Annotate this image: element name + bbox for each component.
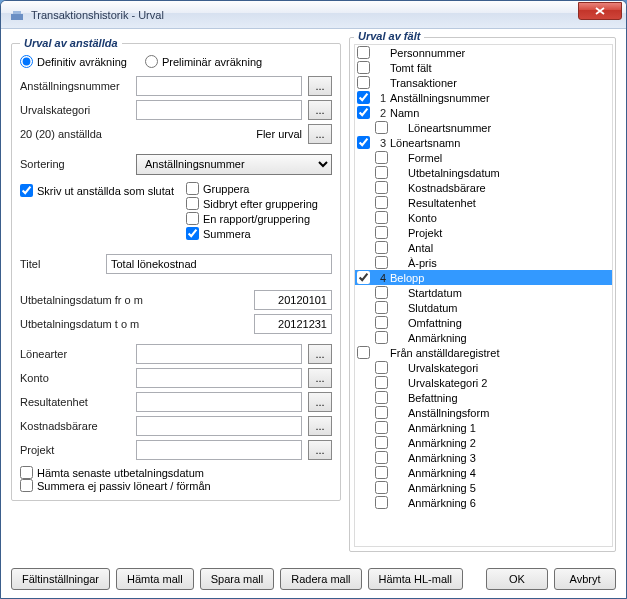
field-item-checkbox[interactable] — [375, 376, 388, 389]
radera-mall-button[interactable]: Radera mall — [280, 568, 361, 590]
fler-urval-button[interactable]: ... — [308, 124, 332, 144]
field-item-checkbox[interactable] — [375, 121, 388, 134]
lonearter-browse-button[interactable]: ... — [308, 344, 332, 364]
faltinstallningar-button[interactable]: Fältinställningar — [11, 568, 110, 590]
summera-ej-checkbox[interactable] — [20, 479, 33, 492]
field-item[interactable]: Kostnadsbärare — [355, 180, 612, 195]
field-item[interactable]: Anmärkning 4 — [355, 465, 612, 480]
utbtom-input[interactable] — [254, 314, 332, 334]
field-item[interactable]: Anmärkning — [355, 330, 612, 345]
field-item-checkbox[interactable] — [357, 61, 370, 74]
field-item[interactable]: Formel — [355, 150, 612, 165]
anstnr-browse-button[interactable]: ... — [308, 76, 332, 96]
field-item[interactable]: Befattning — [355, 390, 612, 405]
spara-mall-button[interactable]: Spara mall — [200, 568, 275, 590]
skrivut-checkbox[interactable] — [20, 184, 33, 197]
gruppera-checkbox[interactable] — [186, 182, 199, 195]
kostnad-input[interactable] — [136, 416, 302, 436]
radio-preliminar-input[interactable] — [145, 55, 158, 68]
lonearter-input[interactable] — [136, 344, 302, 364]
field-item-checkbox[interactable] — [375, 331, 388, 344]
field-item[interactable]: Resultatenhet — [355, 195, 612, 210]
field-item-checkbox[interactable] — [375, 226, 388, 239]
titlebar[interactable]: Transaktionshistorik - Urval — [1, 1, 626, 29]
field-item[interactable]: Startdatum — [355, 285, 612, 300]
field-item-checkbox[interactable] — [357, 76, 370, 89]
utbfrom-input[interactable] — [254, 290, 332, 310]
field-item-checkbox[interactable] — [357, 106, 370, 119]
field-item[interactable]: Anmärkning 5 — [355, 480, 612, 495]
field-item-checkbox[interactable] — [375, 151, 388, 164]
field-item-checkbox[interactable] — [375, 451, 388, 464]
resultat-input[interactable] — [136, 392, 302, 412]
anstnr-input[interactable] — [136, 76, 302, 96]
field-item-checkbox[interactable] — [357, 271, 370, 284]
avbryt-button[interactable]: Avbryt — [554, 568, 616, 590]
hamta-mall-button[interactable]: Hämta mall — [116, 568, 194, 590]
field-item-checkbox[interactable] — [375, 286, 388, 299]
field-item[interactable]: 2Namn — [355, 105, 612, 120]
projekt-browse-button[interactable]: ... — [308, 440, 332, 460]
field-item-checkbox[interactable] — [375, 496, 388, 509]
resultat-browse-button[interactable]: ... — [308, 392, 332, 412]
field-item[interactable]: Tomt fält — [355, 60, 612, 75]
field-item[interactable]: Löneartsnummer — [355, 120, 612, 135]
field-item[interactable]: Slutdatum — [355, 300, 612, 315]
field-item-checkbox[interactable] — [375, 481, 388, 494]
field-item[interactable]: 3Löneartsnamn — [355, 135, 612, 150]
field-item[interactable]: Urvalskategori 2 — [355, 375, 612, 390]
field-item[interactable]: Konto — [355, 210, 612, 225]
field-item-checkbox[interactable] — [357, 136, 370, 149]
field-item[interactable]: Utbetalningsdatum — [355, 165, 612, 180]
field-item-checkbox[interactable] — [375, 391, 388, 404]
field-item-checkbox[interactable] — [375, 361, 388, 374]
konto-input[interactable] — [136, 368, 302, 388]
hamta-senaste-checkbox[interactable] — [20, 466, 33, 479]
field-item[interactable]: Transaktioner — [355, 75, 612, 90]
field-item[interactable]: Antal — [355, 240, 612, 255]
konto-browse-button[interactable]: ... — [308, 368, 332, 388]
field-item-checkbox[interactable] — [357, 46, 370, 59]
field-item[interactable]: Anmärkning 6 — [355, 495, 612, 510]
field-item-checkbox[interactable] — [375, 211, 388, 224]
radio-definitiv-input[interactable] — [20, 55, 33, 68]
field-item-checkbox[interactable] — [375, 421, 388, 434]
field-item-checkbox[interactable] — [357, 91, 370, 104]
close-button[interactable] — [578, 2, 622, 20]
field-item[interactable]: Projekt — [355, 225, 612, 240]
field-item[interactable]: Anmärkning 1 — [355, 420, 612, 435]
field-item[interactable]: Urvalskategori — [355, 360, 612, 375]
field-item[interactable]: Från anställdaregistret — [355, 345, 612, 360]
field-item[interactable]: Omfattning — [355, 315, 612, 330]
field-item-checkbox[interactable] — [375, 256, 388, 269]
hamta-hl-mall-button[interactable]: Hämta HL-mall — [368, 568, 463, 590]
field-item-checkbox[interactable] — [375, 466, 388, 479]
urvalskat-browse-button[interactable]: ... — [308, 100, 332, 120]
field-item-checkbox[interactable] — [375, 241, 388, 254]
field-item[interactable]: À-pris — [355, 255, 612, 270]
field-item-checkbox[interactable] — [375, 316, 388, 329]
field-item-checkbox[interactable] — [375, 406, 388, 419]
summera-checkbox[interactable] — [186, 227, 199, 240]
field-item[interactable]: Anställningsform — [355, 405, 612, 420]
enrapport-checkbox[interactable] — [186, 212, 199, 225]
urvalskat-input[interactable] — [136, 100, 302, 120]
radio-definitiv[interactable]: Definitiv avräkning — [20, 55, 127, 68]
field-item-checkbox[interactable] — [375, 196, 388, 209]
sidbryt-checkbox[interactable] — [186, 197, 199, 210]
sort-select[interactable]: Anställningsnummer — [136, 154, 332, 175]
field-item[interactable]: Anmärkning 2 — [355, 435, 612, 450]
field-item-checkbox[interactable] — [375, 166, 388, 179]
kostnad-browse-button[interactable]: ... — [308, 416, 332, 436]
ok-button[interactable]: OK — [486, 568, 548, 590]
field-item[interactable]: 1Anställningsnummer — [355, 90, 612, 105]
field-item-checkbox[interactable] — [375, 301, 388, 314]
field-list[interactable]: PersonnummerTomt fältTransaktioner1Anstä… — [354, 44, 613, 547]
field-item-checkbox[interactable] — [375, 181, 388, 194]
field-item[interactable]: 4Belopp — [355, 270, 612, 285]
titel-input[interactable] — [106, 254, 332, 274]
field-item-checkbox[interactable] — [357, 346, 370, 359]
field-item[interactable]: Personnummer — [355, 45, 612, 60]
field-item[interactable]: Anmärkning 3 — [355, 450, 612, 465]
field-item-checkbox[interactable] — [375, 436, 388, 449]
